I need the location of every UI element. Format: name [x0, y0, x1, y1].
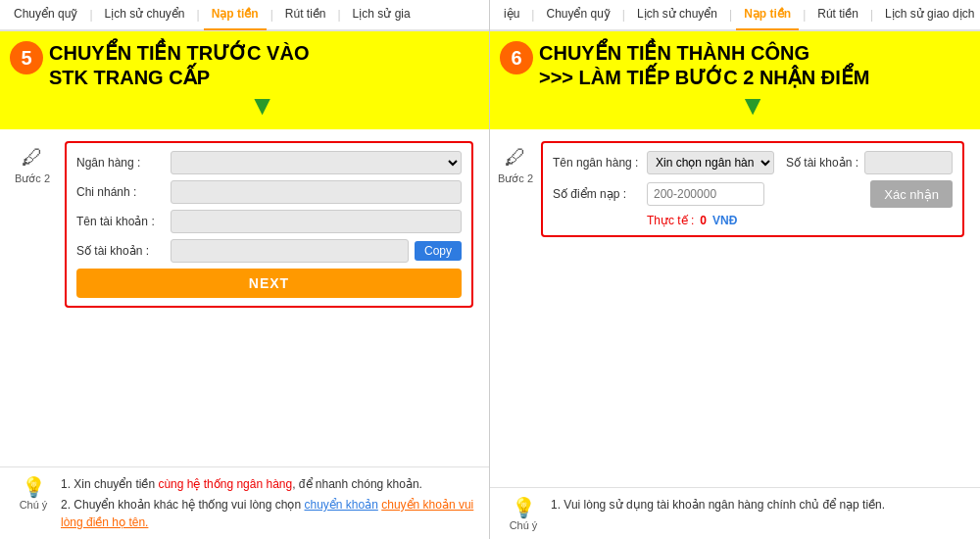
- nav-lich-su-gia-left[interactable]: Lịch sử gia: [345, 0, 418, 30]
- left-note-highlight-1: cùng hệ thống ngân hàng: [158, 477, 292, 491]
- left-step2-label: Bước 2: [15, 172, 50, 185]
- right-chu-y-label: Chú ý: [510, 519, 538, 531]
- right-hero-text-2: >>> LÀM TIẾP BƯỚC 2 NHẬN ĐIỂM: [539, 66, 966, 90]
- right-notes-icon-col: 💡 Chú ý: [504, 496, 543, 531]
- right-step2-icon-col: 🖊 Bước 2: [498, 141, 533, 185]
- nav-lich-su-chuyen-left[interactable]: Lịch sử chuyển: [97, 0, 193, 30]
- nav-lich-su-chuyen-right[interactable]: Lịch sử chuyển: [629, 0, 725, 30]
- left-chi-nhanh-row: Chi nhánh :: [76, 180, 462, 204]
- right-bulb-icon: 💡: [512, 496, 536, 519]
- nav-nap-tien-left[interactable]: Nạp tiền: [204, 0, 267, 30]
- left-step-number: 5: [10, 41, 43, 74]
- left-so-tai-khoan-label: Số tài khoản :: [76, 244, 165, 258]
- left-hero-banner: 5 CHUYỂN TIỀN TRƯỚC VÀO STK TRANG CẤP ▼: [0, 31, 489, 129]
- left-ten-tai-khoan-label: Tên tài khoản :: [76, 215, 165, 228]
- left-form-box: Ngân hàng : Chi nhánh : Tên tài khoản :: [65, 141, 473, 308]
- left-notes-content: 1. Xin chuyển tiền cùng hệ thống ngân hà…: [61, 475, 481, 531]
- left-bước2-row: 🖊 Bước 2 Ngân hàng : Chi nhánh :: [0, 137, 489, 312]
- right-thuc-te-row: Thực tế : 0 VNĐ: [553, 214, 953, 227]
- left-chu-y-label: Chú ý: [20, 499, 48, 511]
- right-so-tai-khoan-input[interactable]: [864, 151, 953, 174]
- right-buoc2-row: 🖊 Bước 2 Tên ngân hàng : Xin chọn ngân h…: [490, 137, 980, 241]
- left-note-link-2[interactable]: chuyển khoản vui lòng điền họ tên.: [61, 498, 473, 529]
- left-note-line-2: 2. Chuyển khoản khác hệ thống vui lòng c…: [61, 496, 481, 531]
- left-hero-text-1: CHUYỂN TIỀN TRƯỚC VÀO: [49, 41, 475, 66]
- right-ten-ngan-hang-row: Tên ngân hàng : Xin chọn ngân hàng Số tà…: [553, 151, 953, 174]
- left-chi-nhanh-label: Chi nhánh :: [76, 185, 165, 199]
- right-note-line-1: 1. Vui lòng sử dụng tài khoản ngân hàng …: [551, 496, 972, 514]
- right-so-diem-input[interactable]: [647, 182, 764, 206]
- nav-lich-su-giao-dich-right[interactable]: Lịch sử giao dịch: [877, 0, 980, 30]
- nav-rut-tien-left[interactable]: Rút tiền: [277, 0, 334, 30]
- nav-nap-tien-right[interactable]: Nạp tiền: [736, 0, 799, 30]
- left-so-tai-khoan-row: Số tài khoản : Copy: [76, 239, 462, 263]
- left-ten-tai-khoan-input[interactable]: [171, 210, 462, 233]
- left-panel: Chuyển quỹ | Lịch sử chuyển | Nạp tiền |…: [0, 0, 490, 539]
- copy-button[interactable]: Copy: [415, 241, 462, 261]
- right-thuc-te-label: Thực tế :: [647, 214, 694, 227]
- right-notes-area: 💡 Chú ý 1. Vui lòng sử dụng tài khoản ng…: [490, 487, 980, 539]
- left-hero-text-2: STK TRANG CẤP: [49, 66, 475, 90]
- right-so-diem-nap-label: Số điểm nạp :: [553, 187, 641, 201]
- nav-rut-tien-right[interactable]: Rút tiền: [809, 0, 866, 30]
- right-form-box: Tên ngân hàng : Xin chọn ngân hàng Số tà…: [541, 141, 964, 237]
- right-ngan-hang-select[interactable]: Xin chọn ngân hàng: [647, 151, 774, 174]
- left-step2-icon-col: 🖊 Bước 2: [8, 141, 57, 185]
- left-chi-nhanh-input[interactable]: [171, 180, 462, 204]
- left-note-line-1: 1. Xin chuyển tiền cùng hệ thống ngân hà…: [61, 475, 481, 493]
- left-note-link-1[interactable]: chuyển khoản: [304, 498, 377, 512]
- right-notes-content: 1. Vui lòng sử dụng tài khoản ngân hàng …: [551, 496, 972, 514]
- right-panel: iệu | Chuyển quỹ | Lịch sử chuyển | Nạp …: [490, 0, 980, 539]
- left-ngan-hang-label: Ngân hàng :: [76, 156, 165, 170]
- left-ten-tai-khoan-row: Tên tài khoản :: [76, 210, 462, 233]
- left-edit-icon: 🖊: [22, 145, 43, 171]
- nav-chuyen-quy-left[interactable]: Chuyển quỹ: [6, 0, 85, 30]
- left-so-tai-khoan-input[interactable]: [171, 239, 409, 263]
- right-so-tai-khoan-label: Số tài khoản :: [780, 156, 858, 170]
- left-steps-area: 🖊 Bước 2 Ngân hàng : Chi nhánh :: [0, 129, 489, 466]
- left-nav: Chuyển quỹ | Lịch sử chuyển | Nạp tiền |…: [0, 0, 489, 31]
- left-bulb-icon: 💡: [22, 475, 46, 499]
- left-ngan-hang-select[interactable]: [171, 151, 462, 174]
- xac-nhan-button[interactable]: Xác nhận: [870, 180, 953, 208]
- right-step2-label: Bước 2: [498, 172, 533, 185]
- left-hero-arrow: ▼: [49, 90, 475, 120]
- right-so-diem-row: Số điểm nạp : Xác nhận: [553, 180, 953, 208]
- left-ngan-hang-row: Ngân hàng :: [76, 151, 462, 174]
- next-button[interactable]: NEXT: [76, 269, 462, 298]
- right-vnd-label: VNĐ: [712, 214, 737, 227]
- right-edit-icon: 🖊: [505, 145, 526, 171]
- left-notes-area: 💡 Chú ý 1. Xin chuyển tiền cùng hệ thống…: [0, 466, 489, 539]
- right-steps-area: 🖊 Bước 2 Tên ngân hàng : Xin chọn ngân h…: [490, 129, 980, 487]
- nav-chuyen-quy-right[interactable]: Chuyển quỹ: [538, 0, 617, 30]
- right-thuc-te-value: 0: [700, 214, 707, 227]
- right-step-number: 6: [500, 41, 533, 74]
- left-notes-icon-col: 💡 Chú ý: [14, 475, 53, 511]
- right-ten-ngan-hang-label: Tên ngân hàng :: [553, 156, 641, 170]
- right-hero-arrow: ▼: [539, 90, 966, 120]
- right-nav: iệu | Chuyển quỹ | Lịch sử chuyển | Nạp …: [490, 0, 980, 31]
- right-hero-banner: 6 CHUYỂN TIỀN THÀNH CÔNG >>> LÀM TIẾP BƯ…: [490, 31, 980, 129]
- right-hero-text-1: CHUYỂN TIỀN THÀNH CÔNG: [539, 41, 966, 66]
- nav-lieu-right[interactable]: iệu: [496, 0, 527, 30]
